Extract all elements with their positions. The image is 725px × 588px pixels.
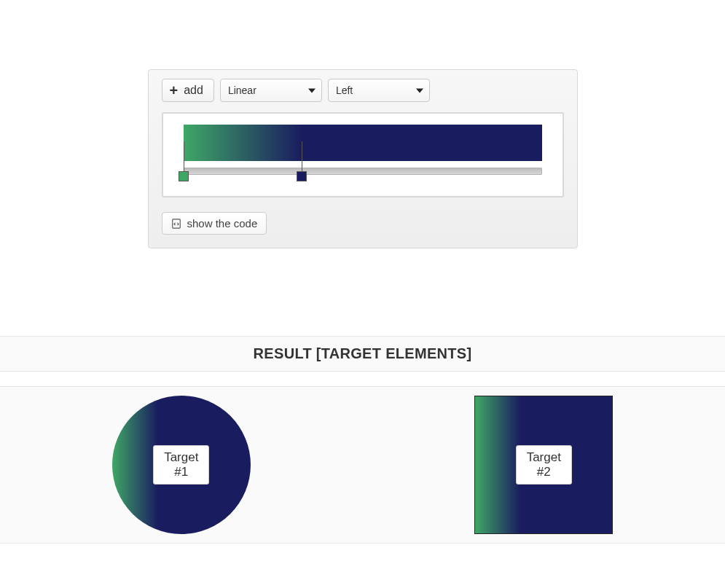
gradient-direction-value: Left xyxy=(336,85,353,96)
gradient-direction-select[interactable]: Left xyxy=(328,79,430,102)
color-stop-swatch[interactable] xyxy=(297,171,307,181)
gradient-type-value: Linear xyxy=(228,85,256,96)
add-button-label: add xyxy=(184,84,203,97)
toolbar: + add Linear Left xyxy=(162,79,564,102)
target-label-line2: #1 xyxy=(174,465,188,479)
chevron-down-icon xyxy=(308,89,316,93)
show-code-button[interactable]: show the code xyxy=(162,212,267,235)
gradient-preview-box xyxy=(162,112,564,197)
color-stop-handle[interactable] xyxy=(302,141,302,179)
chevron-down-icon xyxy=(416,89,423,93)
gradient-type-select[interactable]: Linear xyxy=(220,79,322,102)
code-file-icon xyxy=(171,219,181,229)
color-stop-handle[interactable] xyxy=(184,141,184,179)
gradient-preview xyxy=(184,125,542,161)
target-wrap: Target #1 xyxy=(0,396,363,534)
target-label-line1: Target xyxy=(164,450,198,464)
add-button[interactable]: + add xyxy=(162,79,214,102)
color-stop-track[interactable] xyxy=(184,167,542,176)
result-heading: RESULT [TARGET ELEMENTS] xyxy=(0,336,725,372)
slider-rail xyxy=(184,168,542,175)
target-element-circle: Target #1 xyxy=(112,396,251,534)
target-label: Target #1 xyxy=(153,445,209,485)
target-wrap: Target #2 xyxy=(363,396,726,534)
targets-row: Target #1 Target #2 xyxy=(0,386,725,544)
color-stop-swatch[interactable] xyxy=(179,171,189,181)
target-element-square: Target #2 xyxy=(474,396,613,534)
show-code-label: show the code xyxy=(187,217,258,230)
svg-rect-0 xyxy=(172,219,180,227)
target-label-line2: #2 xyxy=(537,465,551,479)
gradient-editor-panel: + add Linear Left show the code xyxy=(148,69,578,248)
target-label-line1: Target xyxy=(527,450,561,464)
target-label: Target #2 xyxy=(516,445,572,485)
plus-icon: + xyxy=(170,83,179,98)
